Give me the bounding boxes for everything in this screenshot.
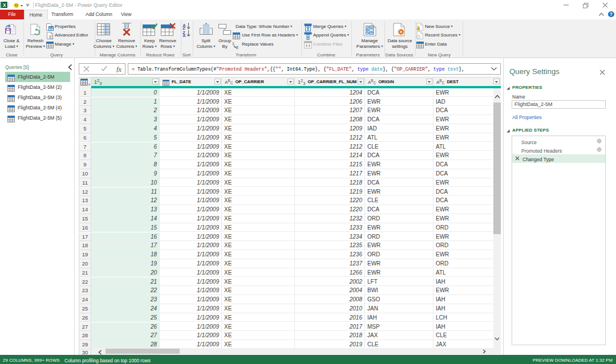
- svg-text:fx: fx: [116, 66, 121, 72]
- svg-text:1: 1: [232, 42, 234, 46]
- svg-text:A: A: [183, 33, 186, 38]
- svg-text:X: X: [3, 2, 6, 8]
